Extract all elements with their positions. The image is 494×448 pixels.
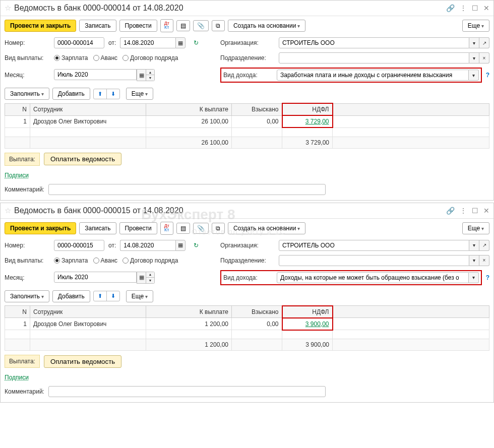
more-icon[interactable]: ⋮ <box>460 207 467 215</box>
record-button[interactable]: Записать <box>79 20 116 32</box>
structure-button[interactable]: ⧉ <box>212 223 225 234</box>
cell-ndfl[interactable]: 3 729,00 <box>282 115 333 127</box>
more-button[interactable]: Еще <box>462 20 489 32</box>
maximize-icon[interactable]: ☐ <box>472 207 478 215</box>
attach-button[interactable]: 📎 <box>193 223 209 234</box>
income-type-dropdown-icon[interactable]: ▾ <box>469 70 479 81</box>
cell-collected: 0,00 <box>232 318 282 330</box>
more-button[interactable]: Еще <box>462 222 489 234</box>
maximize-icon[interactable]: ☐ <box>472 4 478 12</box>
org-input[interactable] <box>279 240 469 251</box>
month-up-icon[interactable]: ▲ <box>146 272 154 278</box>
org-open-icon[interactable]: ↗ <box>479 37 489 48</box>
post-button[interactable]: Провести <box>119 222 157 234</box>
link-icon[interactable]: 🔗 <box>446 207 455 215</box>
post-button[interactable]: Провести <box>119 20 157 32</box>
table-row[interactable]: 1 Дроздов Олег Викторович 26 100,00 0,00… <box>5 115 489 127</box>
org-dropdown-icon[interactable]: ▾ <box>469 240 479 251</box>
radio-contract[interactable]: Договор подряда <box>122 54 178 61</box>
cell-ndfl[interactable]: 3 900,00 <box>282 318 333 330</box>
col-emp-header[interactable]: Сотрудник <box>30 306 146 318</box>
attach-button[interactable]: 📎 <box>193 20 209 31</box>
radio-salary[interactable]: Зарплата <box>54 257 88 264</box>
print-button[interactable]: ▤ <box>176 223 190 234</box>
subdiv-dropdown-icon[interactable]: ▾ <box>469 255 479 266</box>
move-down-icon[interactable]: ⬇ <box>107 291 119 301</box>
post-close-button[interactable]: Провести и закрыть <box>5 20 76 32</box>
move-down-icon[interactable]: ⬇ <box>107 89 119 99</box>
table-more-button[interactable]: Еще <box>126 290 153 302</box>
link-icon[interactable]: 🔗 <box>446 4 455 12</box>
add-button[interactable]: Добавить <box>52 88 90 100</box>
number-input[interactable] <box>54 37 104 48</box>
number-input[interactable] <box>54 240 104 251</box>
radio-salary[interactable]: Зарплата <box>54 54 88 61</box>
fill-button[interactable]: Заполнить <box>5 88 49 100</box>
subdiv-clear-icon[interactable]: × <box>479 52 489 63</box>
month-calendar-icon[interactable]: ▦ <box>137 272 146 284</box>
more-icon[interactable]: ⋮ <box>460 4 467 12</box>
table-row[interactable]: 1 Дроздов Олег Викторович 1 200,00 0,00 … <box>5 318 489 330</box>
col-collected-header[interactable]: Взыскано <box>232 103 282 115</box>
fill-button[interactable]: Заполнить <box>5 290 49 302</box>
month-input[interactable] <box>54 69 137 80</box>
comment-input[interactable] <box>48 386 326 397</box>
move-up-icon[interactable]: ⬆ <box>94 291 107 301</box>
add-button[interactable]: Добавить <box>52 290 90 302</box>
income-type-input[interactable] <box>277 272 469 283</box>
month-calendar-icon[interactable]: ▦ <box>137 69 146 81</box>
favorite-icon[interactable]: ☆ <box>5 4 11 13</box>
close-icon[interactable]: ✕ <box>483 4 489 12</box>
org-dropdown-icon[interactable]: ▾ <box>469 37 479 48</box>
col-n-header[interactable]: N <box>5 306 30 318</box>
date-input[interactable] <box>120 37 175 48</box>
col-amount-header[interactable]: К выплате <box>146 103 232 115</box>
dtkt-button[interactable]: ДтКт <box>160 222 173 235</box>
col-ndfl-header[interactable]: НДФЛ <box>282 103 333 115</box>
col-emp-header[interactable]: Сотрудник <box>30 103 146 115</box>
radio-contract[interactable]: Договор подряда <box>122 257 178 264</box>
pay-button[interactable]: Оплатить ведомость <box>44 153 121 165</box>
date-input[interactable] <box>120 240 175 251</box>
comment-input[interactable] <box>48 184 326 195</box>
calendar-icon[interactable]: ▦ <box>175 240 186 251</box>
refresh-icon[interactable]: ↻ <box>190 38 203 48</box>
org-open-icon[interactable]: ↗ <box>479 240 489 251</box>
close-icon[interactable]: ✕ <box>483 207 489 215</box>
month-down-icon[interactable]: ▼ <box>146 278 154 283</box>
create-based-button[interactable]: Создать на основании <box>228 222 305 234</box>
income-type-dropdown-icon[interactable]: ▾ <box>469 272 479 283</box>
col-n-header[interactable]: N <box>5 103 30 115</box>
move-up-icon[interactable]: ⬆ <box>94 89 107 99</box>
help-icon[interactable]: ? <box>486 72 489 79</box>
refresh-icon[interactable]: ↻ <box>190 240 203 250</box>
print-button[interactable]: ▤ <box>176 20 190 31</box>
col-collected-header[interactable]: Взыскано <box>232 306 282 318</box>
income-type-input[interactable] <box>277 70 469 81</box>
subdiv-input[interactable] <box>279 52 469 63</box>
col-amount-header[interactable]: К выплате <box>146 306 232 318</box>
month-up-icon[interactable]: ▲ <box>146 70 154 75</box>
subdiv-input[interactable] <box>279 255 469 266</box>
radio-advance[interactable]: Аванс <box>93 54 118 61</box>
signatures-link[interactable]: Подписи <box>1 170 33 181</box>
subdiv-clear-icon[interactable]: × <box>479 255 489 266</box>
table-footer: 26 100,00 3 729,00 <box>5 137 489 148</box>
record-button[interactable]: Записать <box>79 222 116 234</box>
create-based-button[interactable]: Создать на основании <box>228 20 305 32</box>
month-down-icon[interactable]: ▼ <box>146 75 154 81</box>
pay-button[interactable]: Оплатить ведомость <box>44 355 121 368</box>
post-close-button[interactable]: Провести и закрыть <box>5 222 76 234</box>
signatures-link[interactable]: Подписи <box>1 372 33 383</box>
table-more-button[interactable]: Еще <box>126 88 153 100</box>
col-ndfl-header[interactable]: НДФЛ <box>282 306 333 318</box>
subdiv-dropdown-icon[interactable]: ▾ <box>469 52 479 63</box>
dtkt-button[interactable]: ДтКт <box>160 19 173 32</box>
calendar-icon[interactable]: ▦ <box>175 37 186 48</box>
org-input[interactable] <box>279 37 469 48</box>
favorite-icon[interactable]: ☆ <box>5 206 11 215</box>
month-input[interactable] <box>54 272 137 283</box>
structure-button[interactable]: ⧉ <box>212 20 225 31</box>
radio-advance[interactable]: Аванс <box>93 257 118 264</box>
help-icon[interactable]: ? <box>486 274 489 281</box>
